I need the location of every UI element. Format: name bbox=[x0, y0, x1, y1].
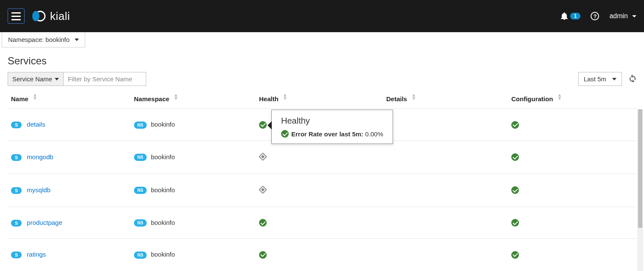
namespace-text: bookinfo bbox=[151, 251, 175, 258]
cell-health bbox=[256, 174, 383, 207]
health-unknown-icon bbox=[259, 153, 267, 160]
filter-input[interactable] bbox=[64, 72, 146, 86]
cell-namespace: NSbookinfo bbox=[131, 239, 256, 271]
svg-rect-3 bbox=[261, 155, 265, 158]
cell-name: Sdetails bbox=[8, 109, 131, 141]
svg-point-1 bbox=[32, 11, 39, 21]
namespace-selector[interactable]: Namespace: bookinfo bbox=[2, 32, 85, 47]
check-circle-icon bbox=[259, 121, 267, 129]
namespace-label: Namespace: bookinfo bbox=[8, 36, 70, 43]
namespace-text: bookinfo bbox=[151, 186, 175, 194]
cell-details bbox=[383, 239, 508, 271]
health-tooltip: Healthy Error Rate over last 5m: 0.00% bbox=[271, 110, 393, 144]
namespace-badge: NS bbox=[134, 219, 147, 227]
col-header-details[interactable]: Details bbox=[383, 91, 508, 109]
tooltip-metric: Error Rate over last 5m: 0.00% bbox=[281, 130, 383, 138]
service-link[interactable]: mongodb bbox=[27, 153, 53, 160]
cell-configuration bbox=[508, 174, 636, 207]
filter-left: Service Name bbox=[8, 72, 146, 86]
hamburger-menu-button[interactable] bbox=[8, 8, 25, 24]
namespace-badge: NS bbox=[134, 252, 147, 259]
cell-configuration bbox=[508, 109, 636, 141]
cell-details bbox=[383, 109, 508, 141]
brand-name: kiali bbox=[50, 10, 70, 23]
table-row: SproductpageNSbookinfo bbox=[8, 207, 636, 239]
cell-namespace: NSbookinfo bbox=[131, 174, 256, 207]
svg-rect-5 bbox=[261, 188, 265, 191]
cell-details bbox=[383, 141, 508, 174]
service-badge: S bbox=[11, 220, 22, 227]
service-badge: S bbox=[11, 122, 22, 128]
cell-configuration bbox=[508, 239, 636, 271]
sort-icon bbox=[33, 95, 38, 102]
sort-icon bbox=[174, 95, 179, 102]
cell-configuration bbox=[508, 141, 636, 174]
user-name: admin bbox=[609, 12, 628, 20]
table-row: SmongodbNSbookinfo bbox=[8, 141, 636, 174]
table-row: SmysqldbNSbookinfo bbox=[8, 174, 636, 207]
col-header-name[interactable]: Name bbox=[8, 91, 131, 109]
help-button[interactable]: ? bbox=[591, 12, 599, 20]
namespace-badge: NS bbox=[134, 154, 147, 161]
col-header-configuration[interactable]: Configuration bbox=[508, 91, 636, 109]
namespace-text: bookinfo bbox=[151, 121, 175, 128]
chevron-down-icon bbox=[632, 15, 636, 17]
namespace-text: bookinfo bbox=[151, 153, 175, 160]
sort-icon bbox=[283, 95, 288, 102]
sort-icon bbox=[411, 95, 416, 102]
topbar-right: 1 ? admin bbox=[561, 12, 636, 20]
service-link[interactable]: mysqldb bbox=[27, 186, 50, 194]
service-badge: S bbox=[11, 154, 22, 161]
cell-namespace: NSbookinfo bbox=[131, 109, 256, 141]
notif-count-badge: 1 bbox=[570, 13, 581, 19]
cell-namespace: NSbookinfo bbox=[131, 207, 256, 239]
check-circle-icon bbox=[511, 219, 519, 227]
filter-right: Last 5m bbox=[578, 72, 636, 86]
service-badge: S bbox=[11, 187, 22, 194]
cell-name: Smongodb bbox=[8, 141, 131, 174]
col-header-health[interactable]: Health bbox=[256, 91, 383, 109]
refresh-button[interactable] bbox=[629, 75, 636, 83]
cell-details bbox=[383, 207, 508, 239]
filter-toolbar: Service Name Last 5m bbox=[0, 72, 644, 91]
service-badge: S bbox=[11, 252, 22, 258]
cell-name: Sratings bbox=[8, 239, 131, 271]
topbar-left: kiali bbox=[8, 8, 70, 24]
topbar: kiali 1 ? admin bbox=[0, 0, 644, 32]
tooltip-arrow bbox=[268, 121, 272, 130]
check-circle-icon bbox=[511, 153, 519, 161]
user-menu[interactable]: admin bbox=[609, 12, 636, 20]
notifications-button[interactable]: 1 bbox=[561, 12, 581, 20]
service-link[interactable]: productpage bbox=[27, 219, 62, 226]
service-link[interactable]: ratings bbox=[27, 251, 46, 258]
table-row: SratingsNSbookinfo bbox=[8, 239, 636, 271]
col-header-namespace[interactable]: Namespace bbox=[131, 91, 256, 109]
filter-type-dropdown[interactable]: Service Name bbox=[8, 72, 64, 86]
check-circle-icon bbox=[511, 251, 519, 259]
tooltip-title: Healthy bbox=[281, 116, 383, 126]
service-link[interactable]: details bbox=[27, 121, 45, 128]
chevron-down-icon bbox=[55, 78, 59, 80]
check-circle-icon bbox=[259, 251, 267, 259]
time-range-selector[interactable]: Last 5m bbox=[578, 72, 622, 86]
brand-logo[interactable]: kiali bbox=[31, 10, 70, 23]
scrollbar-thumb[interactable] bbox=[638, 109, 642, 228]
namespace-row: Namespace: bookinfo bbox=[0, 32, 644, 47]
scrollbar[interactable] bbox=[637, 109, 643, 271]
bell-icon bbox=[561, 12, 568, 20]
time-range-label: Last 5m bbox=[584, 75, 606, 83]
services-table-wrap: Name Namespace Health Details Configurat… bbox=[0, 91, 644, 271]
namespace-badge: NS bbox=[134, 122, 147, 129]
namespace-badge: NS bbox=[134, 187, 147, 194]
check-circle-icon bbox=[259, 219, 267, 227]
check-circle-icon bbox=[511, 121, 519, 129]
kiali-logo-icon bbox=[31, 10, 47, 22]
refresh-icon bbox=[629, 75, 636, 82]
chevron-down-icon bbox=[75, 39, 79, 41]
page-title: Services bbox=[0, 47, 644, 72]
check-circle-icon bbox=[511, 186, 519, 194]
filter-type-label: Service Name bbox=[12, 75, 52, 83]
namespace-text: bookinfo bbox=[151, 219, 175, 226]
cell-name: Sproductpage bbox=[8, 207, 131, 239]
cell-health bbox=[256, 141, 383, 174]
